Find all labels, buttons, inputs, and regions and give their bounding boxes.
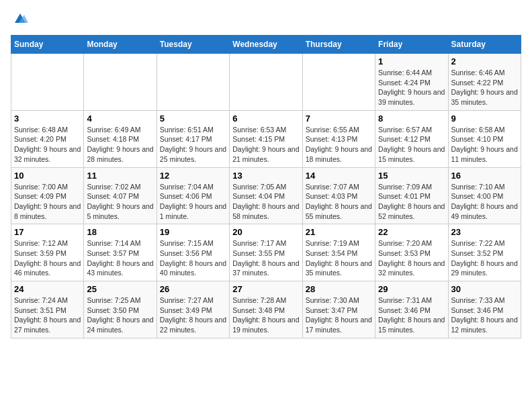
day-number: 22 xyxy=(378,227,445,237)
day-detail: Sunrise: 7:04 AM Sunset: 4:06 PM Dayligh… xyxy=(160,182,226,222)
day-detail: Sunrise: 7:09 AM Sunset: 4:01 PM Dayligh… xyxy=(378,182,445,222)
day-number: 7 xyxy=(306,113,372,124)
day-number: 12 xyxy=(160,171,226,181)
day-number: 4 xyxy=(87,113,153,124)
day-detail: Sunrise: 7:20 AM Sunset: 3:53 PM Dayligh… xyxy=(378,238,445,278)
calendar-cell: 9Sunrise: 6:58 AM Sunset: 4:10 PM Daylig… xyxy=(448,110,521,167)
calendar-cell: 25Sunrise: 7:25 AM Sunset: 3:50 PM Dayli… xyxy=(84,281,157,338)
day-number: 6 xyxy=(232,113,299,124)
calendar-cell: 18Sunrise: 7:14 AM Sunset: 3:57 PM Dayli… xyxy=(84,224,157,281)
day-detail: Sunrise: 7:00 AM Sunset: 4:09 PM Dayligh… xyxy=(14,182,81,222)
day-detail: Sunrise: 7:27 AM Sunset: 3:49 PM Dayligh… xyxy=(160,295,226,335)
calendar-cell: 10Sunrise: 7:00 AM Sunset: 4:09 PM Dayli… xyxy=(11,167,84,224)
calendar-cell: 15Sunrise: 7:09 AM Sunset: 4:01 PM Dayli… xyxy=(375,167,448,224)
day-number: 17 xyxy=(14,227,81,237)
day-number: 16 xyxy=(451,171,518,181)
day-detail: Sunrise: 7:19 AM Sunset: 3:54 PM Dayligh… xyxy=(306,238,372,278)
week-row-2: 3Sunrise: 6:48 AM Sunset: 4:20 PM Daylig… xyxy=(11,110,521,167)
day-number: 26 xyxy=(160,284,226,294)
calendar-cell: 20Sunrise: 7:17 AM Sunset: 3:55 PM Dayli… xyxy=(230,224,302,281)
header-row: SundayMondayTuesdayWednesdayThursdayFrid… xyxy=(11,36,521,54)
day-number: 29 xyxy=(378,284,445,294)
day-detail: Sunrise: 6:48 AM Sunset: 4:20 PM Dayligh… xyxy=(14,125,81,165)
calendar-cell: 13Sunrise: 7:05 AM Sunset: 4:04 PM Dayli… xyxy=(230,167,302,224)
col-header-monday: Monday xyxy=(84,36,157,54)
day-detail: Sunrise: 7:14 AM Sunset: 3:57 PM Dayligh… xyxy=(87,238,153,278)
day-detail: Sunrise: 7:10 AM Sunset: 4:00 PM Dayligh… xyxy=(451,182,518,222)
day-detail: Sunrise: 7:30 AM Sunset: 3:47 PM Dayligh… xyxy=(306,295,372,335)
day-number: 5 xyxy=(160,113,226,124)
day-number: 28 xyxy=(306,284,372,294)
calendar-cell: 14Sunrise: 7:07 AM Sunset: 4:03 PM Dayli… xyxy=(302,167,375,224)
day-number: 11 xyxy=(87,171,153,181)
calendar-cell: 3Sunrise: 6:48 AM Sunset: 4:20 PM Daylig… xyxy=(11,110,84,167)
day-number: 1 xyxy=(378,56,445,66)
day-number: 9 xyxy=(451,113,518,124)
col-header-friday: Friday xyxy=(375,36,448,54)
day-detail: Sunrise: 6:51 AM Sunset: 4:17 PM Dayligh… xyxy=(160,125,226,165)
col-header-tuesday: Tuesday xyxy=(157,36,229,54)
day-number: 20 xyxy=(232,227,299,237)
calendar-cell: 22Sunrise: 7:20 AM Sunset: 3:53 PM Dayli… xyxy=(375,224,448,281)
day-number: 24 xyxy=(14,284,81,294)
calendar-cell: 19Sunrise: 7:15 AM Sunset: 3:56 PM Dayli… xyxy=(157,224,229,281)
day-number: 30 xyxy=(451,284,518,294)
day-detail: Sunrise: 6:53 AM Sunset: 4:15 PM Dayligh… xyxy=(232,125,299,165)
calendar-table: SundayMondayTuesdayWednesdayThursdayFrid… xyxy=(11,35,521,338)
calendar-cell: 23Sunrise: 7:22 AM Sunset: 3:52 PM Dayli… xyxy=(448,224,521,281)
calendar-cell: 2Sunrise: 6:46 AM Sunset: 4:22 PM Daylig… xyxy=(448,54,521,111)
day-detail: Sunrise: 7:15 AM Sunset: 3:56 PM Dayligh… xyxy=(160,238,226,278)
calendar-cell xyxy=(157,54,229,111)
calendar-cell xyxy=(230,54,302,111)
week-row-3: 10Sunrise: 7:00 AM Sunset: 4:09 PM Dayli… xyxy=(11,167,521,224)
page-header xyxy=(11,11,521,27)
calendar-cell: 28Sunrise: 7:30 AM Sunset: 3:47 PM Dayli… xyxy=(302,281,375,338)
calendar-cell: 4Sunrise: 6:49 AM Sunset: 4:18 PM Daylig… xyxy=(84,110,157,167)
calendar-cell: 17Sunrise: 7:12 AM Sunset: 3:59 PM Dayli… xyxy=(11,224,84,281)
calendar-cell xyxy=(302,54,375,111)
day-detail: Sunrise: 6:55 AM Sunset: 4:13 PM Dayligh… xyxy=(306,125,372,165)
week-row-4: 17Sunrise: 7:12 AM Sunset: 3:59 PM Dayli… xyxy=(11,224,521,281)
day-detail: Sunrise: 7:25 AM Sunset: 3:50 PM Dayligh… xyxy=(87,295,153,335)
day-detail: Sunrise: 7:17 AM Sunset: 3:55 PM Dayligh… xyxy=(232,238,299,278)
day-detail: Sunrise: 6:46 AM Sunset: 4:22 PM Dayligh… xyxy=(451,68,518,107)
day-detail: Sunrise: 7:07 AM Sunset: 4:03 PM Dayligh… xyxy=(306,182,372,222)
calendar-cell: 24Sunrise: 7:24 AM Sunset: 3:51 PM Dayli… xyxy=(11,281,84,338)
day-number: 23 xyxy=(451,227,518,237)
day-number: 15 xyxy=(378,171,445,181)
day-detail: Sunrise: 7:33 AM Sunset: 3:46 PM Dayligh… xyxy=(451,295,518,335)
day-detail: Sunrise: 7:05 AM Sunset: 4:04 PM Dayligh… xyxy=(232,182,299,222)
day-number: 2 xyxy=(451,56,518,66)
day-detail: Sunrise: 6:57 AM Sunset: 4:12 PM Dayligh… xyxy=(378,125,445,165)
day-number: 21 xyxy=(306,227,372,237)
logo xyxy=(11,11,28,27)
calendar-cell: 12Sunrise: 7:04 AM Sunset: 4:06 PM Dayli… xyxy=(157,167,229,224)
calendar-cell: 26Sunrise: 7:27 AM Sunset: 3:49 PM Dayli… xyxy=(157,281,229,338)
calendar-cell: 30Sunrise: 7:33 AM Sunset: 3:46 PM Dayli… xyxy=(448,281,521,338)
col-header-saturday: Saturday xyxy=(448,36,521,54)
day-detail: Sunrise: 7:28 AM Sunset: 3:48 PM Dayligh… xyxy=(232,295,299,335)
day-number: 13 xyxy=(232,171,299,181)
calendar-cell: 8Sunrise: 6:57 AM Sunset: 4:12 PM Daylig… xyxy=(375,110,448,167)
day-detail: Sunrise: 6:44 AM Sunset: 4:24 PM Dayligh… xyxy=(378,68,445,107)
week-row-1: 1Sunrise: 6:44 AM Sunset: 4:24 PM Daylig… xyxy=(11,54,521,111)
day-number: 25 xyxy=(87,284,153,294)
logo-icon xyxy=(12,11,28,27)
col-header-sunday: Sunday xyxy=(11,36,84,54)
day-number: 3 xyxy=(14,113,81,124)
calendar-cell: 27Sunrise: 7:28 AM Sunset: 3:48 PM Dayli… xyxy=(230,281,302,338)
calendar-cell: 29Sunrise: 7:31 AM Sunset: 3:46 PM Dayli… xyxy=(375,281,448,338)
day-number: 14 xyxy=(306,171,372,181)
calendar-cell xyxy=(11,54,84,111)
calendar-cell: 16Sunrise: 7:10 AM Sunset: 4:00 PM Dayli… xyxy=(448,167,521,224)
day-detail: Sunrise: 7:31 AM Sunset: 3:46 PM Dayligh… xyxy=(378,295,445,335)
calendar-cell: 1Sunrise: 6:44 AM Sunset: 4:24 PM Daylig… xyxy=(375,54,448,111)
col-header-wednesday: Wednesday xyxy=(230,36,302,54)
day-detail: Sunrise: 6:49 AM Sunset: 4:18 PM Dayligh… xyxy=(87,125,153,165)
day-detail: Sunrise: 6:58 AM Sunset: 4:10 PM Dayligh… xyxy=(451,125,518,165)
day-number: 10 xyxy=(14,171,81,181)
calendar-cell: 5Sunrise: 6:51 AM Sunset: 4:17 PM Daylig… xyxy=(157,110,229,167)
day-number: 19 xyxy=(160,227,226,237)
day-detail: Sunrise: 7:22 AM Sunset: 3:52 PM Dayligh… xyxy=(451,238,518,278)
day-number: 8 xyxy=(378,113,445,124)
